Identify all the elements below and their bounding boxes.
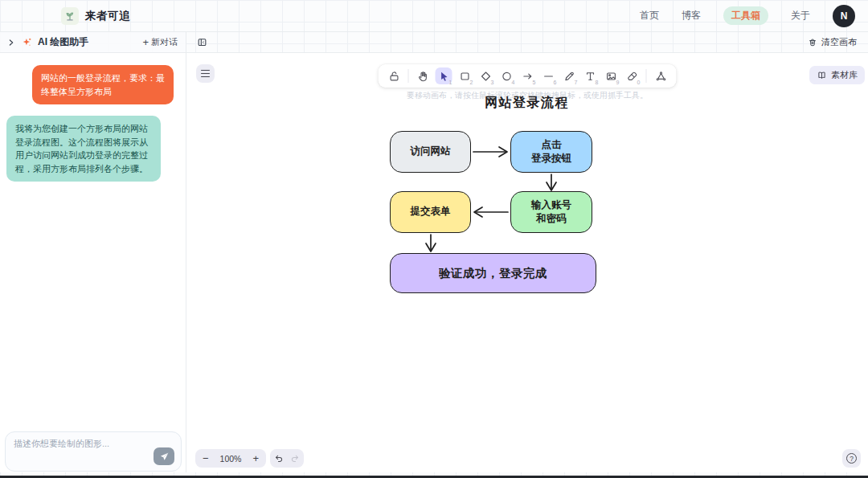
zoom-in-button[interactable]: + xyxy=(252,453,259,464)
tool-selection[interactable]: 1 xyxy=(436,67,452,84)
prompt-input[interactable] xyxy=(14,439,134,448)
flow-node-login-complete[interactable]: 验证成功，登录完成 xyxy=(390,253,596,293)
tool-image[interactable]: 9 xyxy=(603,67,620,84)
arrow-icon xyxy=(521,70,534,83)
history-controls xyxy=(270,449,304,468)
tool-line[interactable]: 6 xyxy=(540,67,557,84)
redo-icon xyxy=(289,453,300,464)
tool-shortcut: 8 xyxy=(596,80,599,85)
canvas-header: 清空画布 xyxy=(186,32,868,52)
tool-shortcut: 0 xyxy=(637,80,641,85)
help-button[interactable]: ? xyxy=(842,449,861,468)
send-plane-icon xyxy=(159,451,170,462)
user-message-bubble: 网站的一般登录流程，要求：最终整体呈方形布局 xyxy=(32,65,174,104)
node-label: 点击 xyxy=(542,138,562,153)
user-avatar[interactable]: N xyxy=(833,5,855,27)
node-label: 输入账号 xyxy=(531,198,571,213)
flow-node-submit-form[interactable]: 提交表单 xyxy=(390,191,471,233)
drawing-canvas[interactable]: 1 2 3 4 5 xyxy=(186,53,868,472)
tool-shortcut: 4 xyxy=(512,80,515,85)
node-label: 访问网站 xyxy=(411,145,451,159)
zoom-level[interactable]: 100% xyxy=(220,454,242,464)
undo-button[interactable] xyxy=(274,453,285,464)
lock-icon xyxy=(387,70,400,83)
rectangle-icon xyxy=(458,70,471,83)
sparkle-icon xyxy=(22,37,32,47)
chat-sidebar: 网站的一般登录流程，要求：最终整体呈方形布局 我将为您创建一个方形布局的网站登录… xyxy=(0,53,186,472)
more-tools-icon xyxy=(654,70,667,83)
tool-shortcut: 9 xyxy=(616,80,620,85)
zoom-out-button[interactable]: − xyxy=(203,453,209,464)
node-label: 和密码 xyxy=(536,212,567,227)
tool-eraser[interactable]: 0 xyxy=(624,67,641,84)
node-label: 验证成功，登录完成 xyxy=(439,265,547,281)
tool-ellipse[interactable]: 4 xyxy=(498,67,515,84)
tool-shortcut: 1 xyxy=(449,80,452,85)
toolbar-divider xyxy=(408,69,409,83)
image-icon xyxy=(604,70,617,83)
tool-hand[interactable] xyxy=(415,67,432,84)
flow-node-enter-credentials[interactable]: 输入账号 和密码 xyxy=(510,191,592,233)
brand-logo-icon xyxy=(61,7,79,25)
redo-button[interactable] xyxy=(289,453,300,464)
top-header: 来者可追 首页 博客 工具箱 关于 N xyxy=(0,0,868,32)
tool-text[interactable]: 8 xyxy=(582,67,599,84)
tool-toolbar: 1 2 3 4 5 xyxy=(379,64,677,88)
line-icon xyxy=(542,70,555,83)
nav-home[interactable]: 首页 xyxy=(640,9,659,22)
tool-shortcut: 5 xyxy=(533,80,536,85)
sub-bar: AI 绘图助手 + 新对话 清空画布 xyxy=(0,32,868,53)
library-label: 素材库 xyxy=(831,69,858,81)
zoom-controls: − 100% + xyxy=(195,449,266,468)
library-button[interactable]: 素材库 xyxy=(809,66,865,84)
assistant-message-bubble: 我将为您创建一个方形布局的网站登录流程图。这个流程图将展示从用户访问网站到成功登… xyxy=(6,116,161,182)
flow-node-click-login[interactable]: 点击 登录按钮 xyxy=(510,131,592,173)
new-chat-button[interactable]: + 新对话 xyxy=(142,36,178,48)
nav-about[interactable]: 关于 xyxy=(791,9,810,22)
tool-rectangle[interactable]: 2 xyxy=(457,67,473,84)
tool-shortcut: 2 xyxy=(470,80,473,85)
prompt-composer xyxy=(5,431,182,472)
nav-blog[interactable]: 博客 xyxy=(682,9,701,22)
book-icon xyxy=(817,70,827,80)
canvas-menu-button[interactable] xyxy=(196,64,215,83)
assistant-panel-title: AI 绘图助手 xyxy=(38,35,88,49)
tool-shortcut: 3 xyxy=(491,80,494,85)
new-chat-label: 新对话 xyxy=(151,36,178,48)
trash-icon xyxy=(808,38,817,47)
ellipse-icon xyxy=(500,70,513,83)
top-nav: 首页 博客 工具箱 关于 xyxy=(640,6,810,25)
chevron-right-icon[interactable] xyxy=(6,38,16,47)
node-label: 提交表单 xyxy=(411,205,451,219)
flow-node-visit[interactable]: 访问网站 xyxy=(390,131,471,173)
brand-title: 来者可追 xyxy=(85,9,130,23)
chat-messages: 网站的一般登录流程，要求：最终整体呈方形布局 我将为您创建一个方形布局的网站登录… xyxy=(0,53,186,182)
send-button[interactable] xyxy=(154,447,174,465)
nav-toolbox[interactable]: 工具箱 xyxy=(723,6,768,25)
tool-shortcut: 7 xyxy=(575,80,578,85)
tool-draw[interactable]: 7 xyxy=(561,67,578,84)
eraser-icon xyxy=(625,70,638,83)
panel-toggle-icon[interactable] xyxy=(197,37,207,47)
flowchart-title[interactable]: 网站登录流程 xyxy=(485,95,569,112)
node-label: 登录按钮 xyxy=(531,152,571,166)
content-row: 网站的一般登录流程，要求：最终整体呈方形布局 我将为您创建一个方形布局的网站登录… xyxy=(0,53,868,472)
selection-pointer-icon xyxy=(437,70,450,83)
tool-lock[interactable] xyxy=(386,67,403,84)
brand[interactable]: 来者可追 xyxy=(61,7,130,25)
hamburger-icon xyxy=(201,70,210,71)
sidebar-header: AI 绘图助手 + 新对话 xyxy=(0,32,186,52)
tool-diamond[interactable]: 3 xyxy=(477,67,494,84)
diamond-icon xyxy=(479,70,492,83)
text-icon xyxy=(583,70,596,83)
clear-canvas-button[interactable]: 清空画布 xyxy=(808,36,857,48)
clear-canvas-label: 清空画布 xyxy=(821,36,857,48)
pencil-icon xyxy=(563,70,575,83)
tool-more-tools[interactable] xyxy=(653,67,669,84)
question-icon: ? xyxy=(846,453,857,464)
tool-arrow[interactable]: 5 xyxy=(519,67,536,84)
toolbar-divider xyxy=(646,69,647,83)
app-window: 来者可追 首页 博客 工具箱 关于 N AI 绘图助手 + 新对话 xyxy=(0,0,868,478)
plus-icon: + xyxy=(142,37,149,47)
hand-icon xyxy=(416,70,429,83)
